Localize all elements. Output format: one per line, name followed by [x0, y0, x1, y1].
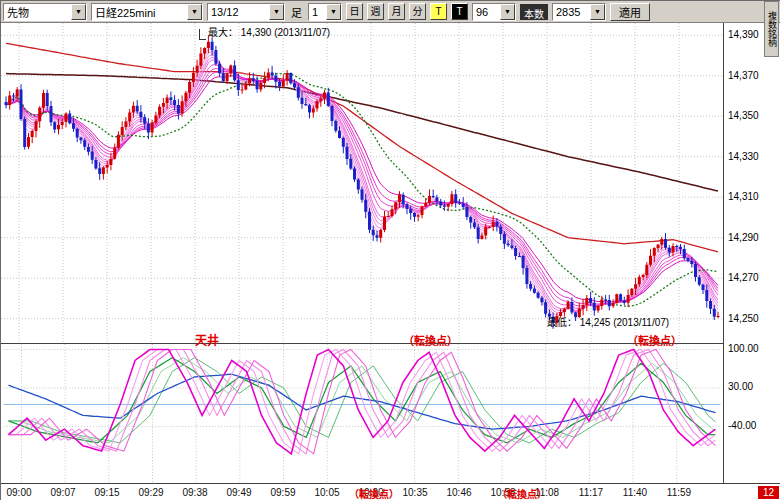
turning-point-annotation: （転換点） — [627, 332, 682, 348]
ma-fan-line — [6, 52, 718, 315]
time-label: 09:49 — [226, 487, 251, 498]
indicator-chart-canvas[interactable] — [1, 343, 723, 483]
price-axis-label: 14,250 — [728, 313, 759, 324]
time-label: 11:40 — [623, 487, 647, 498]
time-label: 09:00 — [6, 487, 31, 498]
time-label: 09:15 — [94, 487, 119, 498]
multi-symbol-tab[interactable]: 複数銘柄 — [764, 1, 779, 57]
period-day-button[interactable]: 日 — [346, 3, 363, 20]
contract-month-value: 13/12 — [208, 6, 269, 18]
time-axis: 09:0009:0709:1509:2909:3809:4909:5910:05… — [1, 483, 780, 500]
dropdown-arrow-icon[interactable]: ▼ — [71, 4, 86, 20]
dropdown-arrow-icon[interactable]: ▼ — [590, 4, 605, 20]
ma-fan-line — [6, 49, 718, 317]
turning-point-annotation: （転換点） — [349, 486, 399, 500]
time-label: 11:59 — [667, 487, 691, 498]
param-select-value: 96 — [473, 6, 500, 18]
price-axis-label: 14,390 — [728, 29, 759, 40]
trading-app-window: 先物 ▼ 日経225mini ▼ 13/12 ▼ 足 1 ▼ 日 週 月 分 T… — [0, 0, 780, 500]
max-pointer-icon — [199, 29, 206, 40]
candle-bodies-up — [8, 42, 719, 323]
t-toggle-button[interactable]: T — [451, 3, 468, 20]
apply-button[interactable]: 適用 — [610, 3, 650, 21]
max-price-annotation: 最大： 14,390 (2013/11/07) — [208, 24, 330, 39]
candle-bodies-down — [5, 42, 716, 323]
indicator-axis-label: -40.00 — [728, 420, 756, 431]
turning-point-annotation: （転換点） — [497, 486, 547, 500]
time-label: 10:35 — [402, 487, 427, 498]
time-label-noon: 12 — [758, 486, 779, 499]
bars-label: 本数 — [520, 4, 548, 20]
price-axis-label: 14,310 — [728, 191, 759, 202]
price-axis-label: 14,370 — [728, 70, 759, 81]
indicator-axis-label: 100.00 — [728, 343, 759, 354]
param-select[interactable]: 96 ▼ — [472, 3, 516, 21]
contract-month-select[interactable]: 13/12 ▼ — [207, 3, 285, 21]
price-axis-label: 14,290 — [728, 232, 759, 243]
time-label: 10:05 — [314, 487, 339, 498]
dropdown-arrow-icon[interactable]: ▼ — [500, 4, 515, 20]
min-price-annotation: 最低： 14,245 (2013/11/07) — [547, 314, 669, 329]
indicator-axis-label: 30.00 — [728, 381, 753, 392]
time-label: 09:29 — [138, 487, 163, 498]
interval-label: 足 — [289, 4, 304, 20]
dropdown-arrow-icon[interactable]: ▼ — [187, 4, 202, 20]
period-week-button[interactable]: 週 — [367, 3, 384, 20]
ma-long-maroon — [6, 74, 718, 192]
market-select[interactable]: 先物 ▼ — [3, 3, 87, 21]
dropdown-arrow-icon[interactable]: ▼ — [326, 4, 341, 20]
interval-select[interactable]: 1 ▼ — [308, 3, 342, 21]
axis-separator — [723, 23, 724, 483]
price-axis-label: 14,350 — [728, 110, 759, 121]
dropdown-arrow-icon[interactable]: ▼ — [269, 4, 284, 20]
toolbar: 先物 ▼ 日経225mini ▼ 13/12 ▼ 足 1 ▼ 日 週 月 分 T… — [1, 1, 780, 23]
symbol-select-value: 日経225mini — [92, 4, 187, 20]
interval-select-value: 1 — [309, 6, 326, 18]
period-minute-button[interactable]: 分 — [409, 3, 426, 20]
time-label: 10:46 — [446, 487, 471, 498]
time-label: 09:59 — [270, 487, 295, 498]
market-select-value: 先物 — [4, 4, 71, 20]
time-label: 11:17 — [579, 487, 603, 498]
price-axis-label: 14,330 — [728, 151, 759, 162]
bars-count-select[interactable]: 2835 ▼ — [552, 3, 606, 21]
ceiling-annotation: 天井 — [195, 331, 219, 348]
time-label: 09:38 — [182, 487, 207, 498]
chart-area: 14,39014,37014,35014,33014,31014,29014,2… — [1, 23, 780, 500]
price-chart-canvas[interactable] — [1, 23, 723, 343]
time-label: 09:07 — [50, 487, 75, 498]
ma-fan-line — [6, 65, 718, 309]
symbol-select[interactable]: 日経225mini ▼ — [91, 3, 203, 21]
period-month-button[interactable]: 月 — [388, 3, 405, 20]
turning-point-annotation: （転換点） — [403, 332, 458, 348]
rci-magenta-copy — [9, 349, 716, 453]
price-axis-label: 14,270 — [728, 272, 759, 283]
tick-toggle-button[interactable]: T — [430, 3, 447, 20]
bars-count-value: 2835 — [553, 6, 590, 18]
